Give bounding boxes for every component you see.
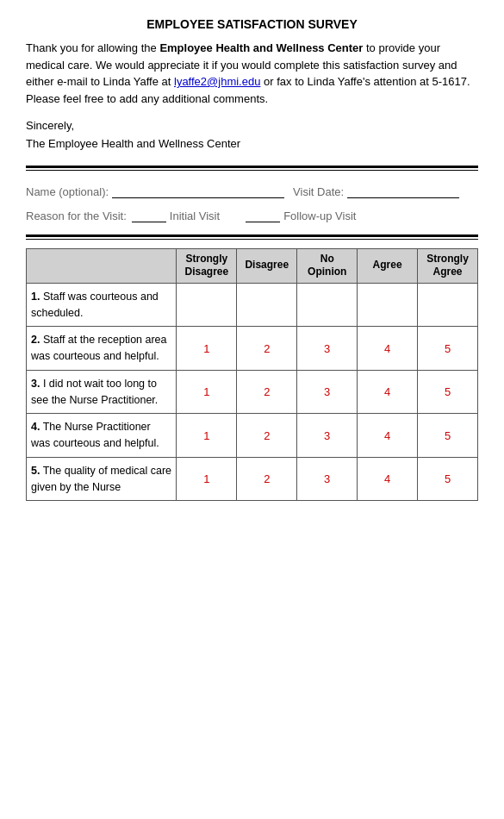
- question-cell-4: 4. The Nurse Practitioner was courteous …: [27, 414, 177, 458]
- header-strongly-agree: Strongly Agree: [418, 248, 478, 283]
- table-row: 1. Staff was courteous and scheduled.: [27, 283, 478, 327]
- table-header-row: Strongly Disagree Disagree No Opinion Ag…: [27, 248, 478, 283]
- intro-text: Thank you for allowing the Employee Heal…: [26, 40, 478, 107]
- value-cell-3-4[interactable]: 4: [358, 370, 418, 414]
- question-cell-2: 2. Staff at the reception area was court…: [27, 327, 177, 371]
- value-cell-5-2[interactable]: 2: [237, 457, 297, 501]
- value-cell-4-5[interactable]: 5: [418, 414, 478, 458]
- divider-bottom-thin: [26, 239, 478, 240]
- header-question: [27, 248, 177, 283]
- value-cell-4-4[interactable]: 4: [358, 414, 418, 458]
- table-row: 5. The quality of medical care given by …: [27, 457, 478, 501]
- divider-bottom-thick: [26, 234, 478, 237]
- value-cell-2-4[interactable]: 4: [358, 327, 418, 371]
- initial-visit-checkbox[interactable]: [132, 207, 166, 222]
- value-cell-3-2[interactable]: 2: [237, 370, 297, 414]
- value-cell-4-2[interactable]: 2: [237, 414, 297, 458]
- form-fields: Name (optional): Visit Date: Reason for …: [26, 183, 478, 222]
- value-cell-1-3[interactable]: [297, 283, 358, 327]
- value-cell-3-1[interactable]: 1: [177, 370, 237, 414]
- divider-top-thick: [26, 166, 478, 168]
- value-cell-2-1[interactable]: 1: [177, 327, 237, 371]
- visit-date-input[interactable]: [347, 183, 459, 198]
- value-cell-3-3[interactable]: 3: [297, 370, 358, 414]
- value-cell-1-4[interactable]: [358, 283, 418, 327]
- value-cell-1-5[interactable]: [418, 283, 478, 327]
- value-cell-2-2[interactable]: 2: [237, 327, 297, 371]
- email-link[interactable]: lyaffe2@jhmi.edu: [174, 75, 260, 88]
- question-cell-3: 3. I did not wait too long to see the Nu…: [27, 370, 177, 414]
- value-cell-5-5[interactable]: 5: [418, 457, 478, 501]
- reason-label: Reason for the Visit:: [26, 209, 127, 222]
- header-agree: Agree: [358, 248, 418, 283]
- header-strongly-disagree: Strongly Disagree: [177, 248, 237, 283]
- divider-top-thin: [26, 170, 478, 171]
- table-row: 4. The Nurse Practitioner was courteous …: [27, 414, 478, 458]
- visit-date-label: Visit Date:: [293, 185, 344, 198]
- initial-visit-label: Initial Visit: [170, 209, 220, 222]
- table-row: 2. Staff at the reception area was court…: [27, 327, 478, 371]
- intro-bold: Employee Health and Wellness Center: [159, 41, 363, 54]
- page-title: EMPLOYEE SATISFACTION SURVEY: [26, 17, 478, 31]
- reason-row: Reason for the Visit: Initial Visit Foll…: [26, 207, 478, 222]
- value-cell-4-3[interactable]: 3: [297, 414, 358, 458]
- value-cell-5-4[interactable]: 4: [358, 457, 418, 501]
- name-label: Name (optional):: [26, 185, 109, 198]
- value-cell-2-3[interactable]: 3: [297, 327, 358, 371]
- followup-visit-label: Follow-up Visit: [283, 209, 356, 222]
- table-row: 3. I did not wait too long to see the Nu…: [27, 370, 478, 414]
- question-cell-5: 5. The quality of medical care given by …: [27, 457, 177, 501]
- sincerely-text: Sincerely, The Employee Health and Welln…: [26, 117, 478, 153]
- value-cell-3-5[interactable]: 5: [418, 370, 478, 414]
- intro-part1: Thank you for allowing the: [26, 41, 159, 54]
- value-cell-5-3[interactable]: 3: [297, 457, 358, 501]
- followup-visit-checkbox[interactable]: [246, 207, 280, 222]
- name-row: Name (optional): Visit Date:: [26, 183, 478, 198]
- question-cell-1: 1. Staff was courteous and scheduled.: [27, 283, 177, 327]
- value-cell-4-1[interactable]: 1: [177, 414, 237, 458]
- survey-table: Strongly Disagree Disagree No Opinion Ag…: [26, 248, 478, 502]
- value-cell-5-1[interactable]: 1: [177, 457, 237, 501]
- value-cell-1-1[interactable]: [177, 283, 237, 327]
- header-disagree: Disagree: [237, 248, 297, 283]
- value-cell-1-2[interactable]: [237, 283, 297, 327]
- value-cell-2-5[interactable]: 5: [418, 327, 478, 371]
- header-no-opinion: No Opinion: [297, 248, 358, 283]
- name-input[interactable]: [112, 183, 284, 198]
